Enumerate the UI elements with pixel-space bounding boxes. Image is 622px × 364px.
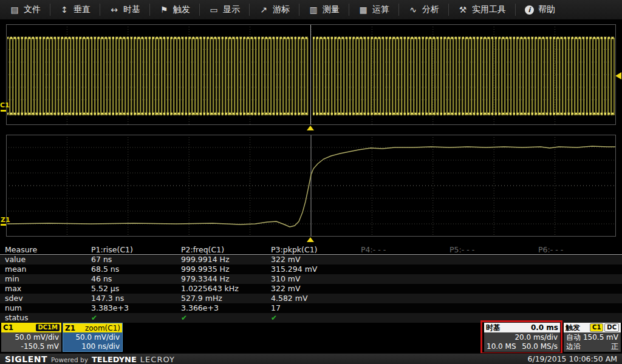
trigger-source-badge: C1 [590, 323, 603, 332]
menu-separator [100, 4, 100, 16]
timebase-descriptor-box[interactable]: 时基 0.0 ms 20.0 ms/div 10.0 MS 50.0 MS/s [484, 323, 560, 352]
trigger-mode: 自动 [566, 333, 581, 342]
menu-separator [199, 4, 200, 16]
timebase-label: 时基 [486, 323, 501, 333]
menu-item-analysis[interactable]: ∿分析 [405, 0, 443, 20]
measure-cell: 68.5 ns [91, 265, 119, 274]
trigger-coupling-badge: DC [604, 323, 619, 332]
measure-row-min: min46 ns979.3344 Hz310 mV [0, 274, 622, 284]
channel-c1-label: C1 [0, 101, 10, 109]
zoom-position-marker-top[interactable] [307, 126, 314, 130]
brand-logo: SIGLENT Powered by TELEDYNE LECROY [5, 354, 175, 364]
analysis-icon: ∿ [408, 5, 418, 15]
trigger-label: 触发 [566, 323, 580, 333]
menu-item-label: 帮助 [538, 4, 555, 15]
timebase-sample-rate: 50.0 MS/s [522, 342, 558, 351]
measure-cell: 322 mV [271, 255, 301, 265]
menu-item-trigger[interactable]: ⚑触发 [156, 0, 194, 20]
teledyne-logo: TELEDYNE [92, 355, 137, 364]
menu-item-cursors[interactable]: ↗游标 [255, 0, 293, 20]
menu-item-label: 垂直 [73, 4, 91, 15]
zoom-position-marker-bottom[interactable] [307, 237, 314, 242]
z1-ground-marker[interactable] [1, 224, 6, 226]
measure-header-cell: P4:- - - [361, 245, 386, 255]
z1-descriptor-box[interactable]: Z1 zoom(C1) 50.0 mV/div 100 ns/div [63, 323, 123, 352]
measure-header-cell: P6:- - - [538, 245, 563, 255]
measure-header-cell: P3:pkpk(C1) [271, 245, 317, 255]
z1-name: Z1 [65, 324, 75, 332]
cursors-icon: ↗ [259, 5, 268, 15]
timebase-icon: ↔ [109, 5, 119, 15]
measure-header-cell: Measure [5, 245, 37, 255]
measure-row-value: value67 ns999.9914 Hz322 mV [0, 255, 622, 265]
lecroy-logo: LECROY [140, 355, 175, 364]
menu-item-file[interactable]: ▤文件 [6, 0, 44, 20]
measure-cell: 3.383e+3 [91, 303, 129, 313]
menu-item-help[interactable]: i帮助 [521, 0, 559, 20]
measure-cell: 310 mV [271, 274, 301, 284]
menu-item-vertical[interactable]: ↕垂直 [56, 0, 94, 20]
menubar: ▤文件↕垂直↔时基⚑触发▭显示↗游标▥测量▦运算∿分析⚒实用工具i帮助 [0, 0, 622, 21]
measure-cell: 67 ns [91, 255, 112, 265]
measure-cell: 46 ns [91, 274, 112, 284]
file-icon: ▤ [10, 5, 19, 15]
menu-item-label: 游标 [273, 4, 290, 15]
menu-separator [349, 4, 349, 16]
zoom-z1-label: Z1 [1, 216, 10, 224]
measure-cell: 527.9 mHz [181, 294, 222, 303]
measure-header-cell: P5:- - - [449, 245, 474, 255]
measure-row-max: max5.52 µs1.0225643 kHz322 mV [0, 284, 622, 294]
timebase-samples: 10.0 MS [487, 342, 516, 351]
c1-ground-marker[interactable] [1, 110, 6, 112]
measure-cell: 3.366e+3 [181, 303, 219, 313]
measure-cell: 17 [271, 303, 281, 313]
c1-square-wave [6, 24, 616, 125]
trigger-type: 边沿 [566, 342, 581, 351]
measure-cell: 4.582 mV [271, 294, 308, 303]
trigger-slope: 正 [611, 342, 618, 351]
z1-volts-per-div: 50.0 mV/div [66, 333, 120, 342]
measure-icon: ▥ [309, 5, 318, 15]
measure-row-label: value [5, 255, 26, 265]
trigger-icon: ⚑ [159, 5, 169, 15]
menu-item-utility[interactable]: ⚒实用工具 [454, 0, 510, 20]
trigger-level-marker[interactable] [615, 72, 621, 79]
measure-row-label: max [5, 284, 21, 294]
menu-separator [448, 4, 449, 16]
menu-item-label: 运算 [372, 4, 389, 15]
menu-item-timebase[interactable]: ↔时基 [106, 0, 144, 20]
c1-descriptor-box[interactable]: C1 DC1M 50.0 mV/div -150.5 mV [1, 323, 61, 352]
trigger-level: 150.5 mV [583, 333, 618, 342]
z1-time-per-div: 100 ns/div [66, 342, 120, 351]
menu-separator [149, 4, 150, 16]
measure-cell: 5.52 µs [91, 284, 119, 294]
menu-item-display[interactable]: ▭显示 [205, 0, 244, 20]
menu-item-label: 实用工具 [472, 4, 506, 15]
menu-item-label: 测量 [323, 4, 340, 15]
measure-cell: 999.9914 Hz [181, 255, 230, 265]
channel-waveform-grid[interactable] [6, 24, 616, 125]
c1-name: C1 [3, 323, 13, 332]
oscilloscope-screen: ▤文件↕垂直↔时基⚑触发▭显示↗游标▥测量▦运算∿分析⚒实用工具i帮助 [0, 0, 622, 364]
menu-item-measure[interactable]: ▥测量 [305, 0, 343, 20]
trigger-descriptor-box[interactable]: 触发 C1 DC 自动 150.5 mV 边沿 正 [564, 323, 621, 352]
measure-cell: 979.3344 Hz [181, 274, 230, 284]
z1-rising-edge-trace [6, 135, 616, 237]
menu-separator [50, 4, 50, 16]
datetime-display: 6/19/2015 10:06:50 AM [527, 354, 617, 363]
help-icon: i [525, 5, 534, 15]
measure-row-status: status✔✔✔ [0, 313, 622, 323]
measure-row-sdev: sdev147.3 ns527.9 mHz4.582 mV [0, 294, 622, 303]
measure-row-num: num3.383e+33.366e+317 [0, 303, 622, 313]
measure-row-label: min [5, 274, 19, 284]
powered-by-text: Powered by [51, 356, 88, 363]
status-check-icon: ✔ [181, 313, 187, 323]
zoom-waveform-grid[interactable] [6, 135, 616, 237]
math-icon: ▦ [358, 5, 368, 15]
timebase-scale: 20.0 ms/div [487, 333, 558, 342]
c1-volts-per-div: 50.0 mV/div [4, 333, 59, 342]
measure-table-rows: value67 ns999.9914 Hz322 mVmean68.5 ns99… [0, 255, 622, 323]
menu-item-math[interactable]: ▦运算 [355, 0, 393, 20]
measure-cell: 999.9935 Hz [181, 265, 230, 274]
siglent-logo: SIGLENT [5, 354, 47, 364]
